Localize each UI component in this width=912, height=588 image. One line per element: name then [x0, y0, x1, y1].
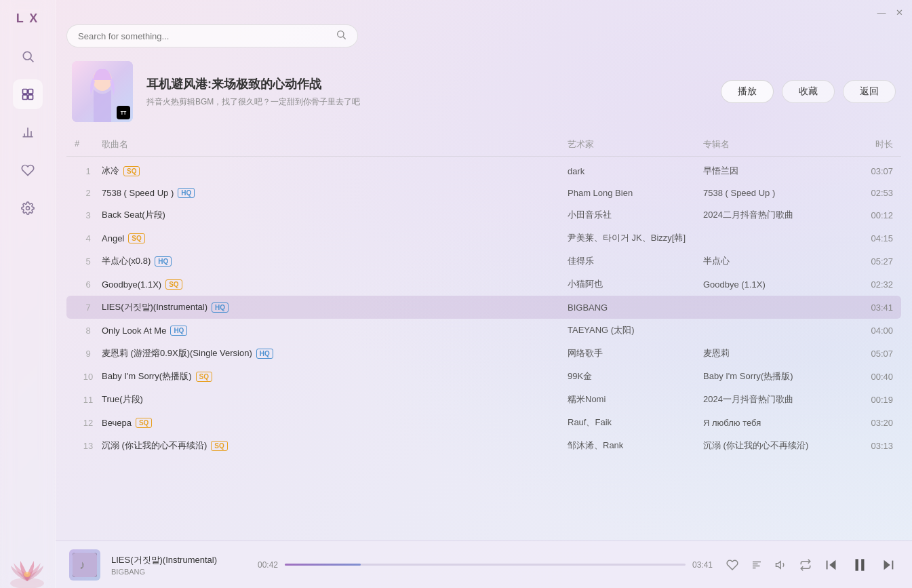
track-album: 沉溺 (你让我的心不再续沿)	[703, 439, 839, 452]
lyrics-button[interactable]	[748, 556, 766, 574]
playlist-header: TT 耳机避风港:来场极致的心动作战 抖音火热剪辑BGM，找了很久吧？一定甜到你…	[56, 53, 912, 133]
svg-point-12	[24, 572, 31, 577]
track-name-cell: Back Seat(片段)	[102, 209, 568, 221]
prev-button[interactable]	[821, 555, 841, 575]
track-name-text: Angel	[102, 233, 124, 243]
window-controls: — ✕	[877, 7, 904, 17]
quality-badge: SQ	[128, 233, 144, 243]
track-name-text: Baby I'm Sorry(热播版)	[102, 370, 192, 383]
next-button[interactable]	[878, 555, 898, 575]
repeat-button[interactable]	[797, 556, 814, 574]
track-number: 6	[75, 279, 102, 290]
track-artist: 网络歌手	[568, 347, 703, 359]
svg-rect-4	[22, 95, 27, 100]
playlist-cover: TT	[72, 61, 133, 122]
progress-fill	[285, 564, 361, 566]
track-album: 7538 ( Speed Up )	[703, 188, 839, 198]
player-right-controls	[723, 553, 898, 576]
track-duration: 00:12	[839, 210, 893, 220]
track-duration: 05:27	[839, 256, 893, 267]
sidebar-item-settings[interactable]	[13, 193, 43, 223]
volume-button[interactable]	[772, 556, 790, 574]
track-artist: 小田音乐社	[568, 209, 703, 221]
track-album: 麦恩莉	[703, 347, 839, 359]
favorite-button[interactable]: 收藏	[782, 80, 835, 103]
play-button[interactable]: 播放	[721, 80, 774, 103]
table-row[interactable]: 11 True(片段) 糯米Nomi 2024一月抖音热门歌曲 00:19	[66, 388, 901, 411]
track-table: # 歌曲名 艺术家 专辑名 时长 1 冰冷 SQ dark 早悟兰因 03:07…	[56, 133, 912, 541]
track-album: 2024一月抖音热门歌曲	[703, 393, 839, 406]
track-number: 9	[75, 349, 102, 359]
track-duration: 05:07	[839, 349, 893, 359]
track-number: 1	[75, 166, 102, 176]
col-duration: 时长	[839, 138, 893, 151]
player-track-info: LIES(거짓말)(Instrumental) BIGBANG	[111, 554, 247, 576]
track-album: Baby I'm Sorry(热播版)	[703, 370, 839, 383]
track-name-cell: LIES(거짓말)(Instrumental) HQ	[102, 301, 568, 313]
search-icon[interactable]	[336, 29, 346, 43]
sidebar-decoration	[0, 507, 56, 588]
track-artist: 尹美莱、타이거 JK、Bizzy[韩]	[568, 232, 703, 244]
track-artist: Pham Long Bien	[568, 188, 703, 198]
table-row[interactable]: 1 冰冷 SQ dark 早悟兰因 03:07	[66, 159, 901, 182]
table-row[interactable]: 10 Baby I'm Sorry(热播版) SQ 99K金 Baby I'm …	[66, 365, 901, 388]
table-row[interactable]: 5 半点心(x0.8) HQ 佳得乐 半点心 05:27	[66, 250, 901, 273]
track-artist: 小猫阿也	[568, 278, 703, 290]
titlebar: — ✕	[56, 0, 912, 24]
col-artist: 艺术家	[568, 138, 703, 151]
track-number: 3	[75, 210, 102, 220]
table-row[interactable]: 4 Angel SQ 尹美莱、타이거 JK、Bizzy[韩] 04:15	[66, 227, 901, 250]
player-bar: ♪ LIES(거짓말)(Instrumental) BIGBANG 00:42 …	[56, 541, 912, 588]
svg-point-13	[338, 31, 344, 37]
track-name-text: True(片段)	[102, 393, 143, 406]
current-time: 00:42	[258, 560, 278, 570]
quality-badge: SQ	[196, 372, 212, 382]
table-row[interactable]: 9 麦恩莉 (游澄熔0.9X版)(Single Version) HQ 网络歌手…	[66, 342, 901, 365]
track-album: 2024二月抖音热门歌曲	[703, 209, 839, 221]
table-row[interactable]: 8 Only Look At Me HQ TAEYANG (太阳) 04:00	[66, 319, 901, 342]
like-button[interactable]	[723, 556, 741, 574]
track-name-cell: Вечера SQ	[102, 418, 568, 428]
sidebar-item-favorites[interactable]	[13, 155, 43, 185]
sidebar-item-charts[interactable]	[13, 117, 43, 147]
track-artist: dark	[568, 166, 703, 176]
track-name-cell: True(片段)	[102, 393, 568, 406]
track-name-text: Вечера	[102, 418, 132, 428]
track-number: 12	[75, 418, 102, 428]
svg-point-10	[26, 207, 29, 210]
minimize-button[interactable]: —	[877, 7, 886, 17]
track-artist: 99K金	[568, 370, 703, 383]
col-num: #	[75, 138, 102, 151]
table-row[interactable]: 3 Back Seat(片段) 小田音乐社 2024二月抖音热门歌曲 00:12	[66, 203, 901, 227]
quality-badge: SQ	[165, 279, 182, 290]
play-pause-button[interactable]	[848, 553, 871, 576]
sidebar-item-search[interactable]	[13, 41, 43, 71]
svg-text:♪: ♪	[79, 558, 85, 572]
close-button[interactable]: ✕	[894, 7, 904, 17]
svg-rect-27	[856, 559, 858, 570]
sidebar-item-library[interactable]	[13, 79, 43, 109]
track-artist: BIGBANG	[568, 302, 703, 313]
track-duration: 00:19	[839, 395, 893, 405]
search-bar	[66, 24, 358, 47]
total-time: 03:41	[692, 560, 713, 570]
track-name-text: 麦恩莉 (游澄熔0.9X版)(Single Version)	[102, 347, 252, 359]
table-row[interactable]: 6 Goodbye(1.1X) SQ 小猫阿也 Goodbye (1.1X) 0…	[66, 273, 901, 296]
track-number: 13	[75, 441, 102, 451]
track-name-text: Only Look At Me	[102, 326, 166, 336]
search-input[interactable]	[78, 31, 336, 41]
svg-rect-3	[28, 90, 33, 94]
table-row[interactable]: 7 LIES(거짓말)(Instrumental) HQ BIGBANG 03:…	[66, 296, 901, 319]
quality-badge: HQ	[155, 256, 172, 267]
quality-badge: HQ	[256, 349, 273, 359]
track-name-cell: Baby I'm Sorry(热播版) SQ	[102, 370, 568, 383]
track-album: Goodbye (1.1X)	[703, 279, 839, 290]
progress-bar[interactable]	[285, 564, 686, 566]
table-row[interactable]: 12 Вечера SQ Rauf、Faik Я люблю тебя 03:2…	[66, 411, 901, 434]
track-album: Я люблю тебя	[703, 418, 839, 428]
table-row[interactable]: 2 7538 ( Speed Up ) HQ Pham Long Bien 75…	[66, 182, 901, 203]
table-row[interactable]: 13 沉溺 (你让我的心不再续沿) SQ 邹沐浠、Rank 沉溺 (你让我的心不…	[66, 434, 901, 457]
col-album: 专辑名	[703, 138, 839, 151]
playlist-subtitle: 抖音火热剪辑BGM，找了很久吧？一定甜到你骨子里去了吧	[146, 96, 707, 108]
back-button[interactable]: 返回	[843, 80, 896, 103]
